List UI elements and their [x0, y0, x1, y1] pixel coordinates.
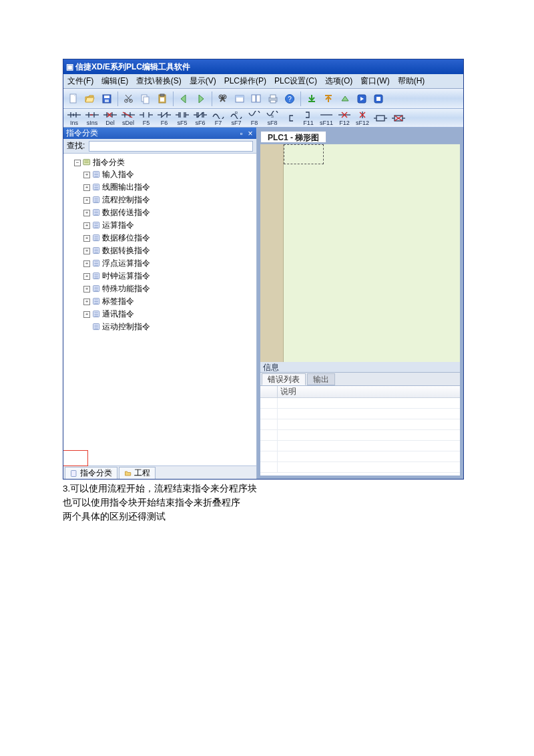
tree-item[interactable]: +流程控制指令 — [83, 194, 254, 206]
expander-plus-icon[interactable]: + — [83, 260, 90, 267]
symbol-box[interactable] — [372, 114, 389, 123]
tree-item-label[interactable]: 通讯指令 — [102, 309, 134, 320]
tree-item[interactable]: +运算指令 — [83, 219, 254, 232]
symbol-no[interactable]: F5 — [138, 110, 155, 126]
tile-button[interactable] — [249, 91, 264, 106]
expander-plus-icon[interactable]: + — [83, 286, 90, 293]
menu-item[interactable]: 帮助(H) — [394, 75, 429, 87]
tab-error-list[interactable]: 错误列表 — [262, 373, 306, 385]
symbol-nc[interactable]: F6 — [156, 110, 173, 126]
table-row — [260, 462, 460, 473]
symbol-lbr[interactable] — [282, 114, 299, 123]
tree-item[interactable]: +时钟运算指令 — [83, 270, 254, 282]
tab-project[interactable]: 工程 — [119, 467, 156, 479]
new-button[interactable] — [66, 91, 81, 106]
tree-item[interactable]: +通讯指令 — [83, 308, 254, 321]
tree-item-label[interactable]: 流程控制指令 — [102, 194, 150, 206]
tab-output[interactable]: 输出 — [307, 373, 335, 385]
tree-item[interactable]: 运动控制指令 — [83, 321, 254, 333]
back-button[interactable] — [177, 91, 192, 106]
tree-item[interactable]: +输入指令 — [83, 168, 254, 181]
tree-item-label[interactable]: 浮点运算指令 — [102, 258, 150, 269]
tree-item[interactable]: +数据移位指令 — [83, 232, 254, 244]
menu-item[interactable]: PLC操作(P) — [220, 75, 270, 87]
close-icon[interactable]: × — [247, 129, 254, 138]
tree-item-label[interactable]: 时钟运算指令 — [102, 270, 150, 282]
symbol-upn[interactable]: RsF7 — [228, 110, 245, 126]
expander-plus-icon[interactable]: + — [83, 184, 90, 191]
tree-item-label[interactable]: 运算指令 — [102, 220, 134, 231]
forward-button[interactable] — [194, 91, 208, 106]
document-tab[interactable]: PLC1 - 梯形图 — [260, 131, 326, 143]
tree-item-label[interactable]: 运动控制指令 — [102, 321, 150, 333]
help-button[interactable]: ? — [282, 91, 297, 106]
ladder-canvas[interactable] — [260, 144, 460, 397]
instruction-tree[interactable]: − 指令分类 +输入指令+线圈输出指令+流程控制指令+数据传送指令+运算指令+数… — [63, 154, 256, 337]
up-button[interactable] — [338, 91, 352, 106]
tree-root-label[interactable]: 指令分类 — [93, 157, 125, 168]
expander-plus-icon[interactable]: + — [83, 172, 90, 178]
tree-item-label[interactable]: 特殊功能指令 — [102, 283, 150, 295]
expander-plus-icon[interactable]: + — [83, 222, 90, 229]
item-icon — [91, 170, 101, 180]
menu-item[interactable]: 查找\替换(S) — [132, 75, 185, 87]
tree-item[interactable]: +数据传送指令 — [83, 206, 254, 219]
tree-item-label[interactable]: 数据移位指令 — [102, 232, 150, 244]
menu-item[interactable]: 编辑(E) — [97, 75, 132, 87]
symbol-up[interactable]: F7 — [210, 110, 227, 126]
download-button[interactable] — [304, 91, 319, 106]
symbol-ncp[interactable]: sF6 — [192, 110, 209, 126]
find-button[interactable] — [216, 91, 230, 106]
tab-instruction-category[interactable]: 指令分类 — [65, 467, 117, 479]
symbol-del[interactable]: Del — [101, 110, 119, 126]
menu-item[interactable]: 文件(F) — [63, 75, 97, 87]
tree-item-label[interactable]: 线圈输出指令 — [102, 182, 150, 193]
symbol-ins[interactable]: Ins — [65, 110, 83, 126]
expander-plus-icon[interactable]: + — [83, 210, 90, 216]
print-button[interactable] — [266, 91, 280, 106]
tree-item[interactable]: +特殊功能指令 — [83, 282, 254, 295]
note-line: 3.可以使用流程开始，流程结束指令来分程序块 — [63, 482, 257, 496]
menu-item[interactable]: PLC设置(C) — [270, 75, 321, 87]
symbol-boxx[interactable] — [390, 114, 407, 123]
symbol-dn[interactable]: F8 — [246, 110, 263, 126]
cut-button[interactable] — [121, 91, 136, 106]
symbol-rbr[interactable]: F11 — [300, 110, 317, 126]
window-button[interactable] — [232, 91, 247, 106]
expander-plus-icon[interactable]: + — [83, 248, 90, 254]
paste-button[interactable] — [155, 91, 170, 106]
menu-item[interactable]: 窗口(W) — [356, 75, 393, 87]
tree-item-label[interactable]: 输入指令 — [102, 169, 134, 180]
expander-plus-icon[interactable]: + — [83, 311, 90, 318]
expander-plus-icon[interactable]: + — [83, 299, 90, 305]
expander-plus-icon[interactable]: + — [83, 273, 90, 280]
copy-button[interactable] — [138, 91, 153, 106]
tree-item[interactable]: +标签指令 — [83, 295, 254, 308]
symbol-nop[interactable]: sF5 — [174, 110, 191, 126]
tree-item[interactable]: +浮点运算指令 — [83, 257, 254, 270]
symbol-hline[interactable]: sF11 — [318, 110, 335, 126]
pin-icon[interactable]: ▫ — [238, 129, 245, 138]
tree-item-label[interactable]: 数据转换指令 — [102, 245, 150, 256]
symbol-vdel[interactable]: sF12 — [354, 110, 371, 126]
search-input[interactable] — [89, 141, 253, 152]
open-button[interactable] — [83, 91, 97, 106]
save-button[interactable] — [99, 91, 114, 106]
menu-item[interactable]: 显示(V) — [186, 75, 220, 87]
tree-item[interactable]: +数据转换指令 — [83, 244, 254, 257]
expander-plus-icon[interactable]: + — [83, 235, 90, 242]
expander-plus-icon[interactable]: + — [83, 197, 90, 204]
tree-item-label[interactable]: 数据传送指令 — [102, 207, 150, 218]
upload-button[interactable] — [321, 91, 336, 106]
symbol-sdel[interactable]: sDel — [119, 110, 137, 126]
tree-item[interactable]: +线圈输出指令 — [83, 181, 254, 194]
symbol-sins[interactable]: sIns — [83, 110, 101, 126]
expander-minus-icon[interactable]: − — [74, 160, 81, 166]
svg-rect-26 — [376, 97, 380, 101]
symbol-hdel[interactable]: F12 — [336, 110, 353, 126]
menu-item[interactable]: 选项(O) — [321, 75, 356, 87]
stop-button[interactable] — [371, 91, 386, 106]
run-button[interactable] — [354, 91, 369, 106]
symbol-dnn[interactable]: SsF8 — [264, 110, 281, 126]
tree-item-label[interactable]: 标签指令 — [102, 296, 134, 307]
